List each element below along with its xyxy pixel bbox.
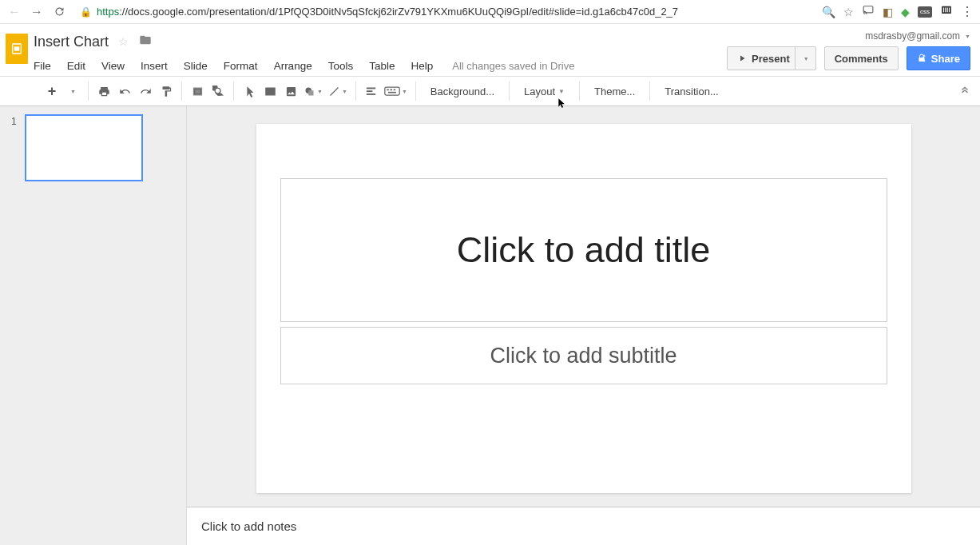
extension-icon-2[interactable]: ◆ (901, 6, 910, 18)
menu-table[interactable]: Table (361, 56, 403, 76)
subtitle-placeholder: Click to add subtitle (490, 344, 676, 368)
svg-rect-20 (387, 90, 389, 91)
workspace: 1 Click to add title Click to add subtit… (0, 106, 980, 545)
notes-placeholder: Click to add notes (201, 519, 296, 533)
menu-arrange[interactable]: Arrange (266, 56, 320, 76)
title-textbox[interactable]: Click to add title (280, 178, 887, 322)
speaker-notes[interactable]: Click to add notes (187, 507, 980, 545)
svg-rect-17 (367, 90, 373, 92)
svg-rect-19 (385, 87, 399, 95)
transition-button[interactable]: Transition... (655, 81, 728, 101)
textbox-tool[interactable] (260, 81, 280, 101)
shape-tool[interactable]: ▼ (301, 81, 326, 101)
image-tool[interactable] (280, 81, 301, 101)
menu-file[interactable]: File (34, 56, 59, 76)
cast-icon[interactable] (862, 5, 875, 18)
address-bar[interactable]: 🔒 https://docs.google.com/presentation/d… (73, 6, 815, 18)
svg-rect-3 (945, 8, 946, 13)
collapse-toolbar-icon[interactable] (959, 85, 974, 98)
browser-toolbar: ← → 🔒 https://docs.google.com/presentati… (0, 0, 980, 24)
slide-number: 1 (11, 114, 17, 127)
comments-button[interactable]: Comments (824, 46, 899, 70)
slide-thumbnails-panel: 1 (0, 106, 187, 545)
user-email[interactable]: msdrasby@gmail.com ▼ (865, 30, 970, 42)
chevron-down-icon: ▼ (965, 34, 970, 39)
svg-rect-21 (390, 90, 392, 91)
zoom-button[interactable] (208, 81, 228, 101)
background-button[interactable]: Background... (421, 81, 504, 101)
app-header: Insert Chart ☆ File Edit View Insert Sli… (0, 24, 980, 76)
menu-view[interactable]: View (93, 56, 133, 76)
menu-slide[interactable]: Slide (176, 56, 216, 76)
forward-button[interactable]: → (29, 4, 45, 20)
menu-tools[interactable]: Tools (320, 56, 362, 76)
svg-rect-4 (947, 8, 948, 13)
star-bookmark-icon[interactable]: ☆ (843, 6, 854, 18)
svg-rect-14 (308, 90, 313, 95)
back-button[interactable]: ← (6, 4, 22, 20)
line-tool[interactable]: ▼ (326, 81, 351, 101)
extension-icon-3[interactable] (940, 5, 953, 18)
menu-help[interactable]: Help (403, 56, 441, 76)
fit-button[interactable] (187, 81, 208, 101)
svg-rect-16 (367, 87, 375, 89)
theme-button[interactable]: Theme... (585, 81, 645, 101)
undo-button[interactable] (114, 81, 135, 101)
zoom-icon[interactable]: 🔍 (822, 6, 835, 18)
title-placeholder: Click to add title (457, 229, 711, 271)
svg-rect-2 (943, 8, 944, 13)
menu-insert[interactable]: Insert (133, 56, 176, 76)
save-status: All changes saved in Drive (452, 60, 574, 72)
slides-logo[interactable] (6, 34, 28, 64)
input-tool[interactable]: ▼ (382, 81, 411, 101)
browser-menu-icon[interactable]: ⋮ (961, 4, 974, 19)
toolbar: + ▼ ▼ (0, 76, 980, 106)
new-slide-dropdown[interactable]: ▼ (62, 81, 83, 101)
reload-button[interactable] (51, 4, 67, 20)
align-tool[interactable] (361, 81, 382, 101)
menu-format[interactable]: Format (216, 56, 266, 76)
layout-button[interactable]: Layout▼ (514, 81, 574, 101)
print-button[interactable] (93, 81, 114, 101)
css-extension-icon[interactable]: css (918, 6, 932, 18)
share-button[interactable]: Share (907, 46, 970, 70)
doc-title[interactable]: Insert Chart (34, 34, 109, 50)
menu-bar: File Edit View Insert Slide Format Arran… (34, 56, 727, 76)
svg-rect-7 (14, 46, 20, 50)
svg-rect-9 (919, 58, 924, 62)
present-dropdown[interactable]: ▼ (795, 47, 815, 70)
svg-rect-1 (942, 6, 951, 14)
slide-canvas[interactable]: Click to add title Click to add subtitle (256, 124, 911, 493)
svg-rect-18 (367, 93, 375, 95)
svg-rect-22 (394, 90, 396, 91)
svg-line-15 (330, 87, 338, 95)
menu-edit[interactable]: Edit (59, 56, 93, 76)
lock-icon: 🔒 (80, 6, 92, 18)
url-text: https://docs.google.com/presentation/d/1… (97, 6, 678, 18)
slide-thumbnail-1[interactable] (25, 114, 143, 181)
select-tool[interactable] (239, 81, 260, 101)
extension-icon-1[interactable]: ◧ (883, 6, 893, 18)
folder-icon[interactable] (138, 34, 153, 50)
redo-button[interactable] (135, 81, 156, 101)
svg-rect-5 (949, 8, 950, 13)
paint-format-button[interactable] (156, 81, 177, 101)
svg-rect-11 (196, 90, 200, 93)
star-icon[interactable]: ☆ (118, 35, 129, 48)
subtitle-textbox[interactable]: Click to add subtitle (280, 327, 887, 384)
canvas-area: Click to add title Click to add subtitle… (187, 106, 980, 545)
svg-rect-23 (388, 92, 396, 93)
present-button[interactable]: Present ▼ (727, 46, 816, 70)
new-slide-button[interactable]: + (42, 81, 62, 101)
